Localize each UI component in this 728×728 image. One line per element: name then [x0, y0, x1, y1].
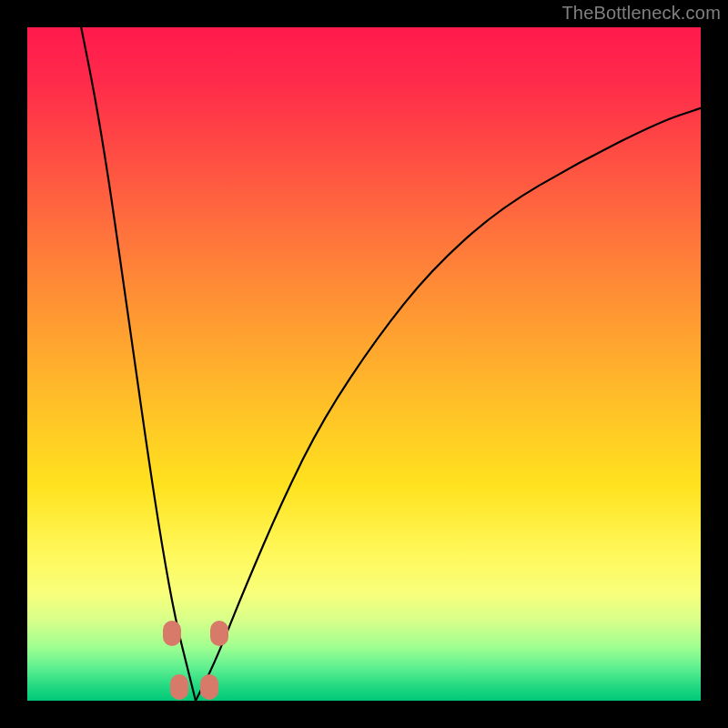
- data-marker: [200, 674, 218, 700]
- bottleneck-curve: [27, 27, 701, 701]
- data-marker: [170, 674, 188, 700]
- data-marker: [210, 621, 228, 646]
- chart-frame: TheBottleneck.com: [0, 0, 728, 728]
- data-marker: [163, 621, 181, 646]
- plot-area: [27, 27, 701, 701]
- watermark-text: TheBottleneck.com: [561, 3, 721, 24]
